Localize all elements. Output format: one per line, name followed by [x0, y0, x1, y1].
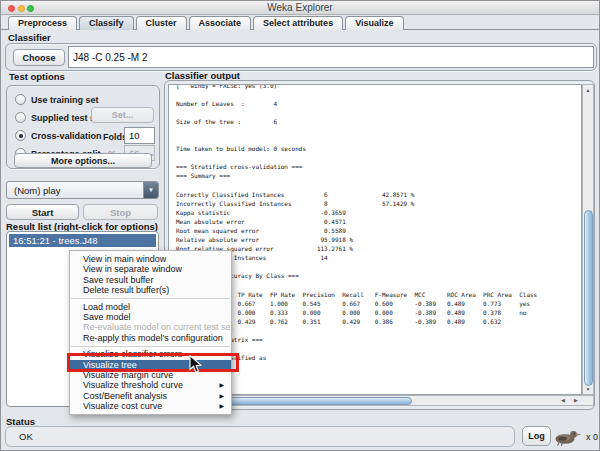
more-options-button[interactable]: More options...: [14, 153, 152, 168]
classifier-group: Choose J48 -C 0.25 -M 2: [5, 43, 597, 71]
combobox-selected-value: (Nom) play: [7, 182, 143, 198]
vertical-scroll-thumb[interactable]: [584, 210, 593, 386]
tab-classify[interactable]: Classify: [79, 16, 134, 30]
classifier-scheme-input[interactable]: J48 -C 0.25 -M 2: [68, 46, 594, 68]
menu-item-visualize-threshold-curve[interactable]: Visualize threshold curve ▶: [70, 380, 231, 390]
submenu-arrow-icon: ▶: [219, 380, 224, 390]
menu-item-visualize-cost-curve[interactable]: Visualize cost curve ▶: [70, 401, 231, 411]
classifier-section-label: Classifier: [8, 32, 51, 43]
tab-select-attributes[interactable]: Select attributes: [253, 16, 343, 30]
folds-input[interactable]: 10: [124, 127, 155, 144]
result-list-item[interactable]: 16:51:21 - trees.J48: [9, 234, 156, 247]
radio-use-training-set[interactable]: Use training set: [15, 93, 99, 106]
red-highlight-annotation: [67, 353, 239, 372]
choose-classifier-button[interactable]: Choose: [13, 49, 65, 66]
scroll-right-icon[interactable]: ▶: [570, 396, 582, 405]
vertical-scrollbar[interactable]: ▲ ▼: [582, 84, 594, 395]
menu-separator: [71, 346, 230, 347]
menu-separator: [71, 298, 230, 299]
stop-button[interactable]: Stop: [83, 204, 158, 220]
weka-bird-icon: [552, 428, 584, 450]
tab-bar: Preprocess Classify Cluster Associate Se…: [8, 16, 406, 30]
title-bar: Weka Explorer: [1, 1, 599, 15]
radio-circle-icon: [15, 112, 26, 123]
menu-item-view-in-separate-window[interactable]: View in separate window: [70, 264, 231, 274]
radio-selected-icon: [15, 130, 26, 141]
bird-counter: x 0: [586, 432, 598, 442]
result-context-menu: View in main window View in separate win…: [69, 250, 232, 415]
tab-associate[interactable]: Associate: [189, 16, 252, 30]
menu-item-save-result-buffer[interactable]: Save result buffer: [70, 275, 231, 285]
start-button[interactable]: Start: [6, 204, 79, 220]
scroll-down-icon[interactable]: ▼: [583, 384, 593, 394]
menu-item-reapply-configuration[interactable]: Re-apply this model's configuration: [70, 333, 231, 343]
target-attribute-combobox[interactable]: (Nom) play ▼: [6, 181, 159, 199]
radio-cross-validation[interactable]: Cross-validation: [15, 129, 102, 142]
menu-item-load-model[interactable]: Load model: [70, 302, 231, 312]
menu-item-cost-benefit-analysis[interactable]: Cost/Benefit analysis ▶: [70, 391, 231, 401]
chevron-down-icon: ▼: [143, 182, 158, 198]
mouse-cursor-icon: [189, 355, 202, 378]
status-value-panel: OK: [5, 426, 515, 447]
radio-supplied-test-set[interactable]: Supplied test set: [15, 111, 103, 124]
radio-circle-icon: [15, 94, 26, 105]
scroll-left-icon[interactable]: ◀: [557, 396, 569, 405]
log-button[interactable]: Log: [522, 426, 551, 446]
status-value: OK: [19, 431, 33, 442]
menu-item-save-model[interactable]: Save model: [70, 312, 231, 322]
test-options-title: Test options: [9, 71, 65, 82]
window-title: Weka Explorer: [1, 2, 599, 13]
set-test-set-button[interactable]: Set...: [91, 107, 154, 123]
tab-preprocess[interactable]: Preprocess: [8, 16, 77, 30]
menu-item-delete-result-buffer[interactable]: Delete result buffer(s): [70, 285, 231, 295]
tab-visualize[interactable]: Visualize: [345, 16, 403, 30]
menu-item-view-in-main-window[interactable]: View in main window: [70, 254, 231, 264]
submenu-arrow-icon: ▶: [219, 401, 224, 411]
menu-item-reevaluate-model: Re-evaluate model on current test set: [70, 322, 231, 332]
tab-cluster[interactable]: Cluster: [136, 16, 187, 30]
weka-explorer-window: Weka Explorer Preprocess Classify Cluste…: [0, 0, 600, 451]
scroll-up-icon[interactable]: ▲: [583, 85, 593, 95]
submenu-arrow-icon: ▶: [219, 391, 224, 401]
